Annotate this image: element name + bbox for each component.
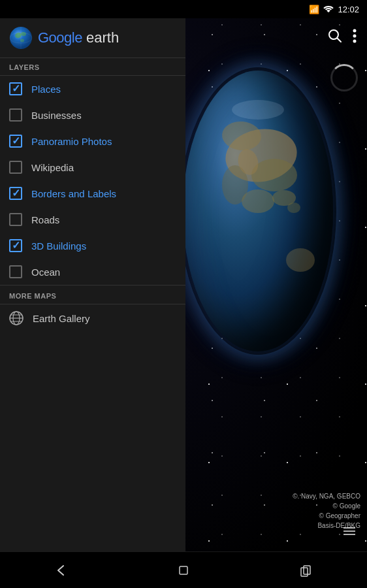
earth-gallery-globe-icon bbox=[9, 311, 24, 325]
svg-point-24 bbox=[353, 35, 357, 38]
checkmark-panoramio: ✓ bbox=[12, 136, 20, 146]
home-button[interactable] bbox=[164, 557, 203, 583]
layer-checkbox-panoramio[interactable]: ✓ bbox=[9, 135, 22, 148]
menu-line-1 bbox=[343, 527, 355, 529]
attribution-line-2: © Google bbox=[293, 501, 360, 511]
svg-rect-26 bbox=[180, 566, 187, 574]
layers-section-label: LAYERS bbox=[0, 58, 185, 75]
spinner-circle bbox=[330, 64, 358, 91]
layer-item-places[interactable]: ✓ Places bbox=[0, 76, 185, 102]
main-container: ©. Navy, NGA, GEBCO © Google © Geographe… bbox=[0, 18, 367, 570]
layer-checkbox-buildings[interactable]: ✓ bbox=[9, 239, 22, 252]
attribution-line-3: © Geographer bbox=[293, 511, 360, 521]
checkmark-buildings: ✓ bbox=[12, 240, 20, 251]
layer-name-wikipedia: Wikipedia bbox=[31, 162, 74, 173]
status-icons: 📶 12:02 bbox=[309, 4, 359, 14]
layer-item-buildings[interactable]: ✓ 3D Buildings bbox=[0, 233, 185, 259]
map-menu-button[interactable] bbox=[343, 527, 355, 537]
layers-list: ✓ Places Businesses ✓ Panoramio Photos W… bbox=[0, 76, 185, 285]
svg-point-7 bbox=[287, 203, 300, 213]
svg-point-9 bbox=[232, 100, 284, 120]
time-display: 12:02 bbox=[338, 5, 359, 14]
status-bar: 📶 12:02 bbox=[0, 0, 367, 18]
layer-checkbox-roads[interactable] bbox=[9, 213, 22, 226]
layer-item-ocean[interactable]: Ocean bbox=[0, 259, 185, 285]
svg-point-25 bbox=[353, 40, 357, 43]
bluetooth-icon: 📶 bbox=[309, 5, 319, 14]
menu-line-3 bbox=[343, 534, 355, 535]
svg-line-22 bbox=[338, 39, 342, 42]
sidebar: Google earth LAYERS ✓ Places Businesses bbox=[0, 18, 185, 570]
earth-globe bbox=[176, 51, 346, 404]
layer-name-panoramio: Panoramio Photos bbox=[31, 136, 112, 147]
back-button[interactable] bbox=[42, 557, 81, 583]
layer-checkbox-businesses[interactable] bbox=[9, 108, 22, 122]
layer-item-wikipedia[interactable]: Wikipedia bbox=[0, 154, 185, 180]
logo-container: Google earth bbox=[9, 26, 119, 50]
layer-name-ocean: Ocean bbox=[31, 267, 60, 278]
map-item-earth-gallery[interactable]: Earth Gallery bbox=[0, 304, 185, 332]
layer-name-buildings: 3D Buildings bbox=[31, 240, 86, 252]
layer-item-borders[interactable]: ✓ Borders and Labels bbox=[0, 180, 185, 206]
search-button[interactable] bbox=[325, 26, 345, 50]
layer-name-businesses: Businesses bbox=[31, 110, 82, 121]
svg-point-23 bbox=[353, 29, 357, 33]
menu-line-2 bbox=[343, 531, 355, 532]
svg-point-4 bbox=[242, 189, 274, 213]
layer-checkbox-borders[interactable]: ✓ bbox=[9, 187, 22, 200]
logo-google-text: Google bbox=[38, 29, 82, 46]
svg-point-2 bbox=[251, 159, 297, 191]
checkmark-places: ✓ bbox=[12, 84, 20, 94]
more-maps-section-label: MORE MAPS bbox=[0, 286, 185, 304]
svg-rect-28 bbox=[301, 568, 308, 576]
earth-landmass-svg bbox=[183, 71, 333, 351]
layer-item-businesses[interactable]: Businesses bbox=[0, 102, 185, 128]
top-right-actions bbox=[317, 18, 367, 57]
app-title: Google earth bbox=[38, 29, 119, 46]
layer-item-panoramio[interactable]: ✓ Panoramio Photos bbox=[0, 128, 185, 154]
logo-earth-text: earth bbox=[82, 29, 119, 46]
layer-checkbox-ocean[interactable] bbox=[9, 265, 22, 278]
layer-name-borders: Borders and Labels bbox=[31, 188, 116, 199]
layer-checkbox-wikipedia[interactable] bbox=[9, 161, 22, 174]
wifi-icon bbox=[323, 4, 334, 14]
layer-name-roads: Roads bbox=[31, 214, 59, 225]
svg-rect-27 bbox=[304, 566, 310, 574]
layer-checkbox-places[interactable]: ✓ bbox=[9, 82, 22, 95]
checkmark-borders: ✓ bbox=[12, 188, 20, 199]
earth-gallery-label: Earth Gallery bbox=[33, 313, 90, 324]
attribution-line-1: ©. Navy, NGA, GEBCO bbox=[293, 491, 360, 501]
recents-button[interactable] bbox=[286, 557, 325, 583]
more-options-button[interactable] bbox=[350, 26, 359, 50]
earth-circle bbox=[183, 71, 333, 351]
layer-item-roads[interactable]: Roads bbox=[0, 206, 185, 233]
loading-spinner bbox=[330, 64, 358, 91]
app-header: Google earth bbox=[0, 18, 185, 57]
logo-sphere-icon bbox=[9, 26, 33, 50]
layer-name-places: Places bbox=[31, 84, 61, 95]
svg-point-8 bbox=[286, 248, 315, 272]
navigation-bar bbox=[0, 551, 367, 588]
attribution-block: ©. Navy, NGA, GEBCO © Google © Geographe… bbox=[293, 491, 360, 531]
